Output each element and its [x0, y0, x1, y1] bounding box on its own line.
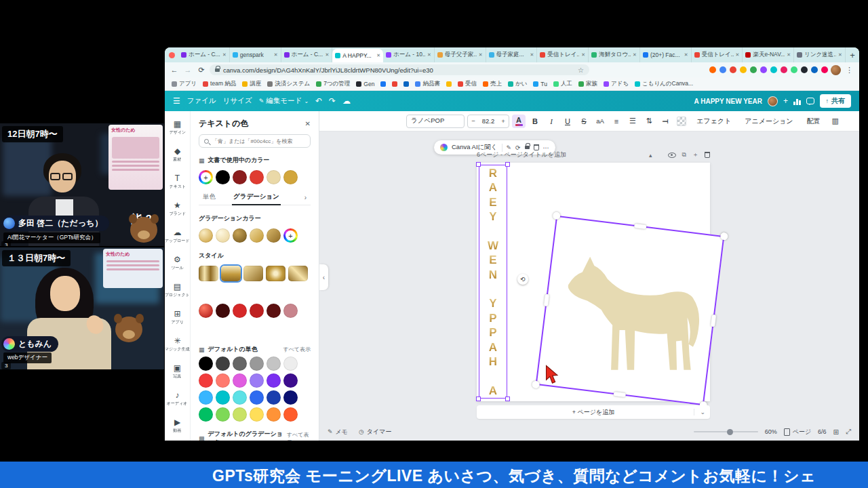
color-swatch[interactable]	[267, 390, 281, 405]
add-color-button[interactable]: +	[283, 228, 298, 243]
tab-close-icon[interactable]: ✕	[684, 52, 688, 58]
collapse-page-icon[interactable]: ▴	[649, 152, 652, 159]
color-swatch[interactable]	[283, 390, 298, 405]
color-swatch[interactable]	[267, 357, 281, 371]
browser-tab[interactable]: 楽天e-NAV...✕	[743, 47, 794, 62]
tab-close-icon[interactable]: ✕	[376, 53, 380, 58]
color-swatch[interactable]	[250, 170, 264, 184]
delete-icon[interactable]	[534, 144, 539, 150]
list-button[interactable]: ☰	[626, 115, 639, 128]
sidebar-item-tools[interactable]: ⚙ツール	[165, 249, 191, 277]
edit-mode-menu[interactable]: ✎編集モード⌄	[259, 96, 309, 106]
fullscreen-icon[interactable]: ⤢	[846, 428, 851, 436]
file-menu[interactable]: ファイル	[187, 96, 216, 106]
decrease-size-button[interactable]: −	[468, 117, 479, 125]
tab-close-icon[interactable]: ✕	[633, 52, 637, 58]
sidebar-item-elements[interactable]: ◆素材	[165, 141, 191, 168]
notes-button[interactable]: ✎メモ	[328, 428, 348, 436]
color-swatch[interactable]	[216, 170, 230, 184]
color-swatch[interactable]	[288, 266, 308, 281]
color-swatch[interactable]	[199, 266, 218, 281]
show-all-link[interactable]: すべて表示	[283, 346, 311, 353]
tab-solid-color[interactable]: 単色	[203, 192, 216, 201]
delete-page-icon[interactable]	[705, 152, 710, 158]
color-swatch[interactable]	[283, 357, 298, 371]
color-swatch[interactable]	[199, 390, 213, 405]
forward-icon[interactable]: →	[182, 66, 193, 74]
browser-tab[interactable]: ホーム - 10...✕	[383, 47, 435, 62]
italic-button[interactable]: I	[545, 115, 558, 128]
extension-icon[interactable]	[730, 66, 736, 73]
tab-close-icon[interactable]: ✕	[581, 52, 585, 58]
color-swatch[interactable]	[283, 170, 298, 184]
zoom-slider[interactable]	[694, 431, 758, 432]
strikethrough-button[interactable]: S	[577, 115, 591, 128]
menu-icon[interactable]: ☰	[173, 96, 180, 106]
edge-handle[interactable]	[634, 224, 647, 229]
redo-icon[interactable]: ↷	[329, 96, 336, 106]
extension-icon[interactable]	[781, 66, 787, 73]
bookmark-item[interactable]: 売上	[483, 80, 502, 88]
bookmark-item[interactable]	[380, 81, 386, 87]
comments-icon[interactable]	[806, 98, 814, 104]
add-page-button[interactable]: + ページを追加 ⌄	[477, 405, 710, 419]
color-swatch[interactable]	[233, 373, 247, 388]
tab-close-icon[interactable]: ✕	[274, 52, 278, 58]
color-swatch[interactable]	[267, 304, 281, 318]
extension-icon[interactable]	[709, 66, 716, 73]
browser-tab[interactable]: ホーム - C...✕	[178, 47, 230, 62]
color-search-input[interactable]	[212, 138, 305, 144]
color-swatch[interactable]	[216, 304, 230, 318]
bookmark-item[interactable]	[403, 81, 409, 87]
resize-handle[interactable]	[476, 162, 481, 167]
extension-icon[interactable]	[719, 66, 726, 73]
back-icon[interactable]: ←	[169, 66, 180, 74]
sidebar-item-magic[interactable]: ✳マジック生成	[165, 331, 191, 358]
panel-collapse-handle[interactable]: ‹	[319, 264, 328, 290]
sidebar-item-uploads[interactable]: ☁アップロード	[165, 222, 191, 249]
bookmark-item[interactable]: アドち	[604, 80, 629, 88]
effects-button[interactable]: エフェクト	[691, 117, 736, 126]
address-bar[interactable]: canva.com/design/DAG4hXnKalY/JbrlYiJL8cl…	[210, 64, 589, 75]
bookmark-item[interactable]: 受信	[458, 80, 477, 88]
tab-close-icon[interactable]: ✕	[479, 52, 483, 58]
color-swatch[interactable]	[250, 390, 264, 405]
extension-icon[interactable]	[811, 66, 818, 73]
insights-icon[interactable]	[793, 98, 801, 105]
sidebar-item-photos[interactable]: ▣写真	[165, 358, 191, 385]
edge-handle[interactable]	[544, 294, 549, 307]
color-swatch[interactable]	[283, 373, 298, 388]
sidebar-item-apps[interactable]: ⊞アプリ	[165, 304, 191, 331]
increase-size-button[interactable]: +	[498, 117, 509, 125]
invite-plus-icon[interactable]: +	[783, 96, 788, 106]
tabs-scroll-icon[interactable]: ›	[304, 194, 307, 201]
layout-icon[interactable]: ▥	[829, 115, 842, 128]
hide-page-icon[interactable]	[668, 152, 676, 158]
extension-icon[interactable]	[740, 66, 747, 73]
tab-close-icon[interactable]: ✕	[222, 52, 226, 58]
position-button[interactable]: 配置	[802, 117, 826, 126]
reload-icon[interactable]: ⟳	[196, 66, 207, 75]
regenerate-icon[interactable]: ⟳	[515, 144, 521, 151]
vertical-text-button[interactable]: T	[658, 115, 672, 128]
color-swatch[interactable]	[216, 373, 230, 388]
canvas-area[interactable]: ‹ Canva AIに聞く ✎ ⟳ ⋯ 6ページ - ページタイトルを追加	[319, 131, 859, 441]
resize-handle[interactable]	[476, 396, 481, 401]
browser-tab[interactable]: (20+) Fac...✕	[640, 47, 692, 62]
color-swatch[interactable]	[216, 390, 230, 405]
color-swatch[interactable]	[267, 407, 281, 422]
image-crop-frame[interactable]	[536, 216, 725, 406]
lock-icon[interactable]	[525, 146, 530, 149]
resize-handle[interactable]	[505, 162, 510, 167]
color-swatch[interactable]	[216, 407, 230, 422]
close-icon[interactable]: ✕	[305, 120, 311, 127]
font-selector[interactable]: ラノベPOP	[406, 115, 465, 128]
color-swatch[interactable]	[250, 228, 264, 243]
color-swatch[interactable]	[233, 228, 247, 243]
color-swatch[interactable]	[216, 228, 230, 243]
resize-handle[interactable]	[720, 232, 728, 240]
color-swatch[interactable]	[283, 304, 298, 318]
color-search[interactable]	[199, 134, 311, 148]
edge-handle[interactable]	[711, 314, 716, 327]
resize-menu[interactable]: リサイズ	[223, 96, 252, 106]
